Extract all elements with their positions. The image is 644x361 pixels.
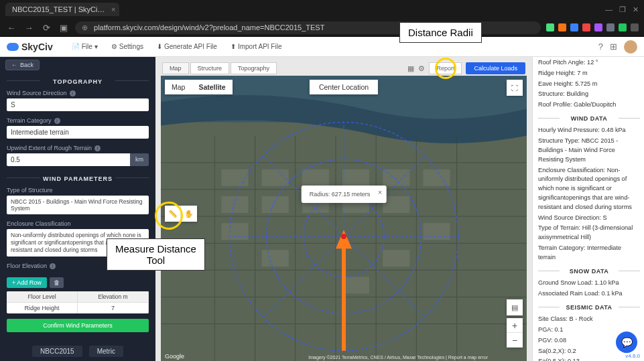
center-location-button[interactable]: Center Location — [310, 80, 378, 94]
address-bar: ← → ⟳ ▣ ⊕ platform.skyciv.com/design/win… — [0, 19, 644, 37]
structure-type-label: Type of Structure — [7, 187, 149, 194]
window-controls: — ❐ ✕ — [605, 5, 639, 14]
svg-rect-27 — [383, 196, 409, 213]
zoom-control: + − — [507, 318, 523, 348]
settings-menu[interactable]: ⚙Settings — [106, 41, 149, 52]
confirm-button[interactable]: Confirm Wind Parameters — [7, 319, 149, 332]
avatar[interactable] — [624, 40, 637, 54]
eave-height: Eave Height: 5.725 m — [538, 80, 640, 89]
map-area: Map Structure Topography ▦ ⚙ Report Calc… — [155, 37, 532, 361]
svg-rect-17 — [221, 169, 248, 186]
tab-topography[interactable]: Topography — [231, 62, 277, 74]
wind-direction: Wind Source Direction: S — [538, 214, 640, 223]
report-button[interactable]: Report — [429, 62, 462, 74]
version-label: v4.8.0 — [625, 353, 640, 359]
svg-rect-29 — [262, 250, 289, 267]
structure-type-select[interactable]: NBCC 2015 - Buildings - Main Wind Force … — [7, 196, 149, 214]
zoom-out-icon[interactable]: − — [507, 333, 523, 348]
annotation-distance-radii: Distance Radii — [399, 22, 482, 43]
ground-snow: Ground Snow Load: 1.10 kPa — [538, 279, 640, 288]
delete-row-button[interactable]: 🗑 — [50, 277, 64, 288]
svg-rect-23 — [221, 196, 248, 213]
back-nav-icon[interactable]: ← — [5, 23, 17, 33]
measure-tool: 📏 ✋ — [165, 206, 197, 222]
svg-rect-24 — [262, 196, 289, 213]
sa05: Sa(0.5,X): 0.13 — [538, 357, 640, 361]
info-icon[interactable]: i — [94, 145, 101, 151]
terrain-category: Terrain Category: Intermediate terrain — [538, 244, 640, 263]
wind-direction-select[interactable]: S — [7, 98, 149, 111]
ext-icon[interactable] — [619, 23, 627, 31]
floor-table: Floor Level Elevation m Ridge Height 7 — [7, 291, 149, 313]
unit-label: km — [130, 153, 149, 166]
extensions — [546, 23, 639, 31]
close-icon[interactable]: × — [378, 188, 382, 196]
rain-load: Associated Rain Load: 0.1 kPa — [538, 289, 640, 299]
ext-icon[interactable] — [606, 23, 615, 31]
add-row-button[interactable]: + Add Row — [7, 277, 47, 288]
enclosure-class: Enclosure Classification: Non-uniformly … — [538, 166, 640, 212]
chat-icon[interactable]: 💬 — [616, 332, 637, 353]
col-elevation: Elevation m — [78, 291, 149, 302]
satellite-view-button[interactable]: Satellite — [192, 80, 232, 94]
svg-rect-32 — [423, 223, 450, 240]
snow-data-header: SNOW DATA — [538, 264, 640, 278]
tab-structure[interactable]: Structure — [190, 62, 230, 74]
reload-icon[interactable]: ⟳ — [40, 23, 52, 33]
wind-data-header: WIND DATA — [538, 111, 640, 125]
cloud-icon — [7, 43, 19, 51]
help-icon[interactable]: ? — [598, 42, 603, 52]
camera-icon[interactable]: ▦ — [407, 64, 414, 73]
tab-icon[interactable]: ▣ — [58, 23, 70, 33]
ruler-icon[interactable]: 📏 — [165, 206, 181, 222]
minimize-icon[interactable]: — — [605, 5, 613, 14]
info-icon[interactable]: i — [50, 263, 56, 269]
svg-rect-20 — [342, 169, 369, 186]
close-icon[interactable]: × — [111, 5, 115, 13]
terrain-category-select[interactable]: Intermediate terrain — [7, 126, 149, 139]
table-row[interactable]: Ridge Height 7 — [7, 302, 149, 313]
svg-rect-30 — [342, 277, 369, 293]
enclosure-label: Enclosure Classification — [7, 220, 149, 227]
maximize-icon[interactable]: ❐ — [619, 5, 626, 14]
code-tab[interactable]: NBCC2015 — [32, 346, 82, 357]
satellite-map[interactable] — [161, 76, 527, 361]
hourly-wind: Hourly Wind Pressure: 0.48 kPa — [538, 126, 640, 135]
fullscreen-icon[interactable]: ⛶ — [507, 80, 523, 96]
upwind-extent-input[interactable] — [7, 153, 130, 166]
svg-rect-18 — [262, 169, 289, 186]
ext-icon[interactable] — [594, 23, 602, 31]
browser-tab-strip: NBCC2015_TEST | SkyCi… × — ❐ ✕ — [0, 0, 644, 19]
file-menu[interactable]: 📄File▾ — [66, 41, 103, 52]
ext-icon[interactable] — [582, 23, 590, 31]
svg-rect-22 — [423, 169, 450, 186]
svg-point-46 — [341, 234, 346, 239]
ext-icon[interactable] — [546, 23, 554, 31]
info-icon[interactable]: i — [54, 118, 60, 124]
col-floor-level: Floor Level — [7, 291, 78, 302]
map-attribution: Imagery ©2021 TerraMetrics, CNES / Airbu… — [308, 355, 488, 360]
browser-tab[interactable]: NBCC2015_TEST | SkyCi… × — [5, 3, 119, 16]
calculate-button[interactable]: Calculate Loads — [466, 62, 525, 74]
info-icon[interactable]: i — [70, 90, 76, 96]
ext-icon[interactable] — [631, 23, 639, 31]
tab-map[interactable]: Map — [162, 62, 189, 74]
zoom-in-icon[interactable]: + — [507, 318, 523, 333]
map-view-button[interactable]: Map — [165, 80, 192, 94]
ext-icon[interactable] — [558, 23, 566, 31]
generate-api-btn[interactable]: ⬇Generate API File — [151, 41, 222, 52]
forward-nav-icon[interactable]: → — [23, 23, 35, 33]
logo[interactable]: SkyCiv — [7, 42, 53, 52]
back-button[interactable]: ←Back — [5, 60, 40, 70]
hand-icon[interactable]: ✋ — [181, 206, 197, 222]
terrain-type: Type of Terrain: Hill (3-dimensional axi… — [538, 224, 640, 242]
gear-icon[interactable]: ⚙ — [418, 64, 425, 73]
svg-rect-21 — [383, 169, 409, 186]
unit-tab[interactable]: Metric — [89, 346, 123, 357]
radius-popup: × Radius: 627.15 meters — [302, 186, 387, 203]
layers-icon[interactable]: ▤ — [507, 299, 523, 315]
ext-icon[interactable] — [570, 23, 578, 31]
apps-icon[interactable]: ⊞ — [610, 42, 617, 52]
close-window-icon[interactable]: ✕ — [633, 5, 639, 14]
import-api-btn[interactable]: ⬆Import API File — [225, 41, 287, 52]
